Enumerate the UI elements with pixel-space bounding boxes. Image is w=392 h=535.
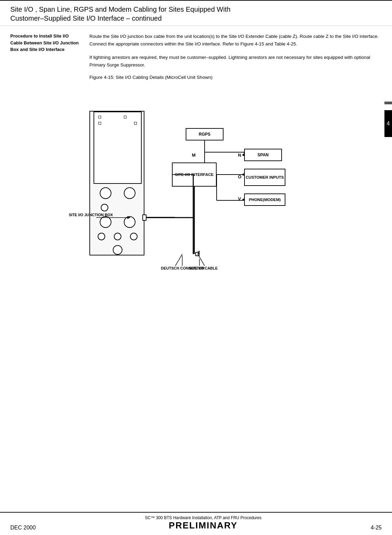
customer-inputs-label: CUSTOMER INPUTS bbox=[246, 175, 284, 180]
footer-center: SC™ 300 BTS Hardware Installation, ATP a… bbox=[145, 515, 261, 531]
procedure-title: Procedure to Install Site I/O Cable Betw… bbox=[10, 33, 79, 53]
diagram-container: RGPS SITE I/O INTERFACE SPAN CUSTOMER IN… bbox=[69, 83, 364, 297]
circle-connector bbox=[100, 187, 111, 199]
span-box: SPAN bbox=[244, 149, 282, 161]
footer-date: DEC 2000 bbox=[10, 525, 36, 531]
svg-text:M: M bbox=[192, 153, 196, 158]
rgps-box: RGPS bbox=[186, 128, 224, 140]
phone-modem-box: PHONE(MODEM) bbox=[244, 193, 285, 206]
body-paragraph-2: If lightning arrestors are required, the… bbox=[89, 54, 382, 69]
page-tab: 4 bbox=[384, 110, 392, 137]
circle-row bbox=[90, 204, 145, 211]
site-io-cable-label: SITE I/O CABLE bbox=[189, 266, 218, 271]
content-area: Procedure to Install Site I/O Cable Betw… bbox=[0, 26, 392, 297]
connector-dot bbox=[98, 116, 101, 118]
circle-connector bbox=[124, 216, 135, 228]
site-io-junction-box-label: SITE I/O JUNCTION BOX bbox=[69, 212, 113, 217]
figure-label-bold: Figure 4-15: bbox=[89, 75, 115, 80]
junction-box-top-rect bbox=[94, 112, 142, 184]
site-io-cable-text: SITE I/O CABLE bbox=[189, 266, 218, 270]
circle-connector-small bbox=[114, 233, 121, 240]
body-paragraph-1: Route the Site I/O junction box cable fr… bbox=[89, 33, 382, 48]
page-title-line2-normal: – continued bbox=[124, 14, 162, 22]
page-header: Site I/O , Span Line, RGPS and Modem Cab… bbox=[0, 1, 392, 26]
connector-dot bbox=[98, 122, 101, 125]
footer-title: SC™ 300 BTS Hardware Installation, ATP a… bbox=[145, 515, 261, 520]
circle-connector-small bbox=[98, 233, 105, 240]
site-io-interface-label: SITE I/O INTERFACE bbox=[175, 172, 214, 177]
footer-right: 4-25 bbox=[371, 525, 382, 531]
footer-left: DEC 2000 bbox=[10, 525, 36, 531]
circle-connector-small bbox=[101, 204, 108, 211]
junction-box-text: SITE I/O JUNCTION BOX bbox=[69, 213, 113, 217]
phone-modem-label: PHONE(MODEM) bbox=[249, 198, 281, 202]
rgps-label: RGPS bbox=[199, 132, 210, 137]
page-title-line2-bold: Customer–Supplied Site I/O Interface bbox=[10, 14, 124, 22]
connector-line-horizontal bbox=[144, 217, 175, 218]
circle-connector-small bbox=[130, 233, 138, 240]
preliminary-text: PRELIMINARY bbox=[145, 520, 261, 531]
circle-connector bbox=[100, 216, 111, 228]
circle-connector bbox=[124, 187, 135, 199]
connector-dot bbox=[134, 122, 137, 125]
main-content: Route the Site I/O junction box cable fr… bbox=[86, 33, 382, 297]
page-title-bold: Site I/O , Span Line, RGPS and Modem Cab… bbox=[10, 6, 230, 13]
connector-dot bbox=[124, 116, 127, 118]
junction-box bbox=[89, 111, 144, 255]
circle-row bbox=[90, 187, 145, 199]
circle-connector-medium bbox=[113, 245, 122, 255]
page-tab-bar bbox=[384, 102, 392, 104]
footer-page-number: 4-25 bbox=[371, 525, 382, 531]
circle-row bbox=[90, 216, 145, 228]
figure-caption: Site I/O Cabling Details (MicroCell Unit… bbox=[115, 75, 213, 80]
page-title: Site I/O , Span Line, RGPS and Modem Cab… bbox=[10, 5, 382, 23]
page-number: 4 bbox=[387, 120, 390, 126]
customer-inputs-box: CUSTOMER INPUTS bbox=[244, 169, 285, 186]
svg-text:N: N bbox=[238, 153, 241, 158]
svg-text:O: O bbox=[238, 174, 241, 179]
circle-row bbox=[90, 233, 145, 240]
circle-row bbox=[90, 245, 145, 255]
footer: DEC 2000 SC™ 300 BTS Hardware Installati… bbox=[0, 512, 392, 535]
z-label: Z bbox=[197, 250, 200, 255]
figure-label: Figure 4-15: Site I/O Cabling Details (M… bbox=[89, 75, 382, 80]
svg-text:V: V bbox=[238, 196, 241, 201]
svg-line-23 bbox=[175, 254, 182, 266]
site-io-interface-box: SITE I/O INTERFACE bbox=[172, 162, 217, 187]
span-label: SPAN bbox=[258, 153, 269, 157]
junction-box-circles bbox=[90, 187, 145, 260]
